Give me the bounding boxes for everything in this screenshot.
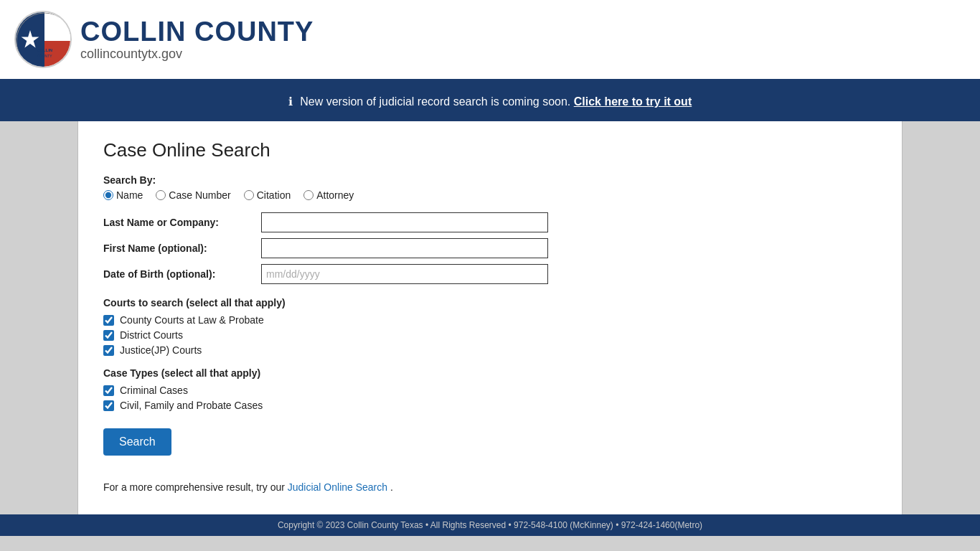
courts-label: Courts to search (select all that apply) <box>103 297 877 309</box>
case-criminal-item: Criminal Cases <box>103 385 877 396</box>
footer-note-prefix: For a more comprehensive result, try our <box>103 481 285 493</box>
dob-row: Date of Birth (optional): <box>103 264 877 284</box>
search-button[interactable]: Search <box>103 428 171 456</box>
radio-name[interactable] <box>103 190 113 200</box>
last-name-label: Last Name or Company: <box>103 217 261 228</box>
case-civil-label[interactable]: Civil, Family and Probate Cases <box>120 400 263 411</box>
header: COLLIN COUNTY COLLIN COUNTY collincounty… <box>0 0 980 82</box>
banner-message: New version of judicial record search is… <box>300 95 570 108</box>
radio-citation-label[interactable]: Citation <box>244 189 291 201</box>
info-icon: ℹ <box>288 95 293 108</box>
judicial-online-search-link[interactable]: Judicial Online Search <box>288 481 387 493</box>
last-name-row: Last Name or Company: <box>103 212 877 232</box>
copyright-bar: Copyright © 2023 Collin County Texas • A… <box>0 514 980 536</box>
court-district-item: District Courts <box>103 329 877 341</box>
court-jp-label[interactable]: Justice(JP) Courts <box>120 344 202 356</box>
radio-name-label[interactable]: Name <box>103 189 143 201</box>
radio-casenumber-label[interactable]: Case Number <box>156 189 230 201</box>
search-by-group: Search By: Name Case Number Citation <box>103 174 877 201</box>
main-content: Case Online Search Search By: Name Case … <box>78 121 902 514</box>
radio-casenumber-text: Case Number <box>169 189 230 201</box>
dob-input[interactable] <box>261 264 548 284</box>
svg-text:COLLIN: COLLIN <box>37 48 52 52</box>
content-wrapper: Case Online Search Search By: Name Case … <box>77 121 903 514</box>
logo-text: COLLIN COUNTY collincountytx.gov <box>80 17 314 62</box>
court-county-checkbox[interactable] <box>103 315 114 326</box>
form-fields: Last Name or Company: First Name (option… <box>103 212 877 284</box>
logo-container: COLLIN COUNTY COLLIN COUNTY collincounty… <box>14 11 314 68</box>
case-criminal-checkbox[interactable] <box>103 385 114 396</box>
last-name-input[interactable] <box>261 212 548 232</box>
first-name-row: First Name (optional): <box>103 238 877 258</box>
courts-section: Courts to search (select all that apply)… <box>103 297 877 356</box>
case-types-label: Case Types (select all that apply) <box>103 367 877 379</box>
case-types-section: Case Types (select all that apply) Crimi… <box>103 367 877 411</box>
site-url: collincountytx.gov <box>80 47 314 62</box>
court-district-checkbox[interactable] <box>103 330 114 341</box>
first-name-input[interactable] <box>261 238 548 258</box>
court-county-item: County Courts at Law & Probate <box>103 314 877 326</box>
copyright-text: Copyright © 2023 Collin County Texas • A… <box>278 520 702 530</box>
county-seal: COLLIN COUNTY <box>14 11 72 68</box>
search-by-radio-group: Name Case Number Citation Attorney <box>103 189 877 201</box>
radio-casenumber[interactable] <box>156 190 166 200</box>
radio-citation[interactable] <box>244 190 254 200</box>
radio-attorney-text: Attorney <box>316 189 354 201</box>
court-jp-checkbox[interactable] <box>103 345 114 356</box>
radio-attorney[interactable] <box>303 190 314 200</box>
case-criminal-label[interactable]: Criminal Cases <box>120 385 188 396</box>
court-district-label[interactable]: District Courts <box>120 329 183 341</box>
dob-label: Date of Birth (optional): <box>103 268 261 280</box>
case-types-checkbox-group: Criminal Cases Civil, Family and Probate… <box>103 385 877 411</box>
footer-note: For a more comprehensive result, try our… <box>103 481 877 493</box>
info-banner: ℹ New version of judicial record search … <box>0 82 980 121</box>
courts-checkbox-group: County Courts at Law & Probate District … <box>103 314 877 356</box>
svg-text:COUNTY: COUNTY <box>37 54 52 58</box>
page-title: Case Online Search <box>103 139 877 161</box>
case-civil-checkbox[interactable] <box>103 400 114 411</box>
radio-citation-text: Citation <box>257 189 291 201</box>
radio-attorney-label[interactable]: Attorney <box>303 189 354 201</box>
banner-link[interactable]: Click here to try it out <box>574 95 692 108</box>
footer-note-suffix: . <box>390 481 393 493</box>
first-name-label: First Name (optional): <box>103 242 261 254</box>
search-by-label: Search By: <box>103 174 877 186</box>
site-title: COLLIN COUNTY <box>80 17 314 47</box>
radio-name-text: Name <box>116 189 143 201</box>
court-jp-item: Justice(JP) Courts <box>103 344 877 356</box>
court-county-label[interactable]: County Courts at Law & Probate <box>120 314 264 326</box>
case-civil-item: Civil, Family and Probate Cases <box>103 400 877 411</box>
